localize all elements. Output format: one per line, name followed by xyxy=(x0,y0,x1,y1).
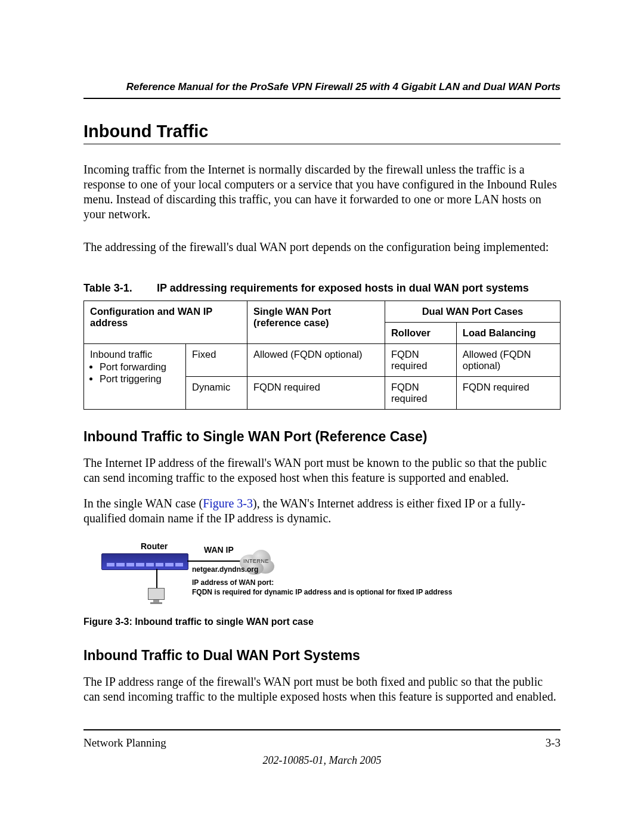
figure-dyndns-label: netgear.dyndns.org xyxy=(192,565,258,574)
section-heading-inbound-traffic: Inbound Traffic xyxy=(83,122,561,144)
td-fixed-loadbal: Allowed (FQDN optional) xyxy=(456,344,560,377)
td-dynamic-rollover: FQDN required xyxy=(385,377,456,410)
router-icon xyxy=(101,553,188,570)
th-config: Configuration and WAN IP address xyxy=(84,301,247,344)
figure-caption: Figure 3-3: Inbound traffic to single WA… xyxy=(83,617,561,627)
figure-reference-link[interactable]: Figure 3-3 xyxy=(203,497,253,510)
subsection-heading-single-wan: Inbound Traffic to Single WAN Port (Refe… xyxy=(83,429,561,445)
row-label-bullet-2: Port triggering xyxy=(100,373,179,385)
paragraph-intro-2: The addressing of the firewall's dual WA… xyxy=(83,240,561,255)
paragraph-dual-wan-1: The IP address range of the firewall's W… xyxy=(83,674,561,704)
td-mode-dynamic: Dynamic xyxy=(186,377,247,410)
table-title: IP addressing requirements for exposed h… xyxy=(157,282,529,294)
figure-wanip-label: WAN IP xyxy=(204,545,234,555)
footer-line: Network Planning 3-3 xyxy=(83,736,561,750)
footer-docinfo: 202-10085-01, March 2005 xyxy=(83,754,561,767)
footer-rule xyxy=(83,729,561,730)
th-rollover: Rollover xyxy=(385,323,456,344)
requirements-table: Configuration and WAN IP address Single … xyxy=(83,301,561,410)
td-fixed-rollover: FQDN required xyxy=(385,344,456,377)
internet-cloud-text: INTERNE xyxy=(243,558,269,564)
td-fixed-single: Allowed (FQDN optional) xyxy=(247,344,385,377)
computer-icon xyxy=(148,588,165,606)
td-dynamic-single: FQDN required xyxy=(247,377,385,410)
running-header: Reference Manual for the ProSafe VPN Fir… xyxy=(83,81,561,99)
figure-router-label: Router xyxy=(141,541,168,551)
th-dual-wan-cases: Dual WAN Port Cases xyxy=(385,301,560,323)
wire-icon xyxy=(156,569,157,590)
th-loadbalancing: Load Balancing xyxy=(456,323,560,344)
row-label-title: Inbound traffic xyxy=(90,349,152,360)
td-mode-fixed: Fixed xyxy=(186,344,247,377)
figure-diagram: Router WAN IP INTERNE netgear.dyndns.org… xyxy=(101,541,561,611)
subsection-heading-dual-wan: Inbound Traffic to Dual WAN Port Systems xyxy=(83,648,561,664)
td-dynamic-loadbal: FQDN required xyxy=(456,377,560,410)
paragraph-single-wan-1: The Internet IP address of the firewall'… xyxy=(83,456,561,485)
row-label-bullet-1: Port forwarding xyxy=(100,361,179,373)
figure-note-line-2: FQDN is required for dynamic IP address … xyxy=(192,588,452,596)
th-single-wan: Single WAN Port (reference case) xyxy=(247,301,385,344)
footer-section-name: Network Planning xyxy=(83,736,166,750)
td-row-label: Inbound traffic Port forwarding Port tri… xyxy=(84,344,186,410)
table-row: Inbound traffic Port forwarding Port tri… xyxy=(84,344,561,377)
table-header-row-1: Configuration and WAN IP address Single … xyxy=(84,301,561,323)
wire-icon xyxy=(187,561,244,562)
page-number: 3-3 xyxy=(546,736,561,750)
table-number: Table 3-1. xyxy=(83,282,154,295)
paragraph-single-wan-2: In the single WAN case (Figure 3-3), the… xyxy=(83,496,561,526)
paragraph-intro-1: Incoming traffic from the Internet is no… xyxy=(83,162,561,222)
table-caption: Table 3-1. IP addressing requirements fo… xyxy=(83,282,561,295)
para-pre: In the single WAN case ( xyxy=(83,497,203,510)
figure-note-line-1: IP address of WAN port: xyxy=(192,578,274,587)
